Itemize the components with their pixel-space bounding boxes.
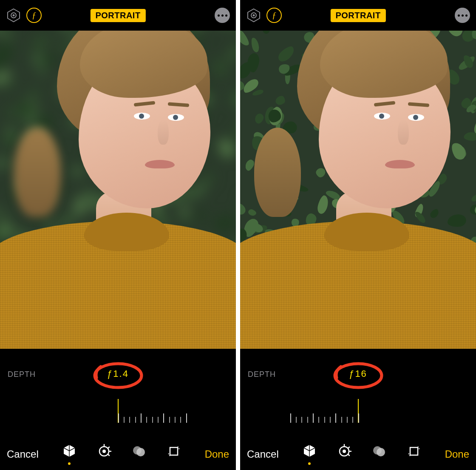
svg-point-28	[377, 448, 385, 456]
cancel-button[interactable]: Cancel	[247, 448, 279, 460]
done-button[interactable]: Done	[445, 448, 469, 460]
topbar: ƒ PORTRAIT	[240, 0, 476, 31]
more-icon[interactable]	[455, 8, 470, 23]
svg-line-26	[348, 454, 349, 456]
portrait-subject	[240, 31, 476, 349]
depth-slider[interactable]	[54, 399, 182, 423]
portrait-mode-badge[interactable]: PORTRAIT	[330, 9, 385, 22]
depth-value: ƒ16	[349, 368, 367, 379]
active-tool-dot	[68, 462, 71, 465]
svg-line-24	[348, 447, 349, 448]
lighting-cube-icon[interactable]	[301, 444, 318, 465]
bottombar: Cancel Done	[240, 438, 476, 470]
crop-rotate-icon[interactable]	[165, 444, 182, 465]
svg-point-2	[13, 14, 15, 17]
photo-preview[interactable]	[240, 31, 476, 349]
lighting-hex-icon[interactable]	[6, 8, 21, 23]
f-glyph: ƒ	[32, 11, 36, 20]
svg-point-13	[136, 448, 145, 456]
svg-line-9	[108, 447, 109, 448]
bottombar: Cancel Done	[0, 438, 236, 470]
portrait-subject	[0, 31, 236, 349]
edit-tools	[301, 444, 422, 465]
svg-point-7	[102, 450, 106, 453]
f-glyph: ƒ	[272, 11, 276, 20]
portrait-mode-badge[interactable]: PORTRAIT	[90, 9, 145, 22]
lighting-cube-icon[interactable]	[61, 444, 78, 465]
edit-pane-right: ƒ PORTRAIT DEPTH ƒ16	[240, 0, 476, 470]
depth-control: DEPTH ƒ16	[240, 349, 476, 438]
svg-point-17	[253, 14, 255, 17]
crop-rotate-icon[interactable]	[405, 444, 422, 465]
depth-label: DEPTH	[8, 370, 36, 379]
depth-control: DEPTH ƒ1.4	[0, 349, 236, 438]
depth-value: ƒ1.4	[107, 368, 129, 379]
depth-slider[interactable]	[295, 399, 422, 423]
edit-pane-left: ƒ PORTRAIT DEPTH ƒ1.4	[0, 0, 236, 470]
svg-line-11	[108, 454, 109, 456]
active-tool-dot	[308, 462, 311, 465]
cancel-button[interactable]: Cancel	[7, 448, 39, 460]
done-button[interactable]: Done	[205, 448, 229, 460]
topbar: ƒ PORTRAIT	[0, 0, 236, 31]
svg-rect-14	[170, 447, 178, 455]
svg-point-22	[343, 450, 346, 453]
svg-rect-29	[410, 447, 418, 455]
aperture-f-icon[interactable]: ƒ	[26, 8, 42, 23]
edit-tools	[61, 444, 182, 465]
adjust-dial-icon[interactable]	[336, 444, 353, 465]
depth-label: DEPTH	[248, 370, 276, 379]
aperture-f-icon[interactable]: ƒ	[266, 8, 282, 23]
filters-circles-icon[interactable]	[130, 444, 147, 465]
photo-preview[interactable]	[0, 31, 236, 349]
adjust-dial-icon[interactable]	[96, 444, 113, 465]
lighting-hex-icon[interactable]	[246, 8, 261, 23]
more-icon[interactable]	[215, 8, 230, 23]
filters-circles-icon[interactable]	[371, 444, 388, 465]
